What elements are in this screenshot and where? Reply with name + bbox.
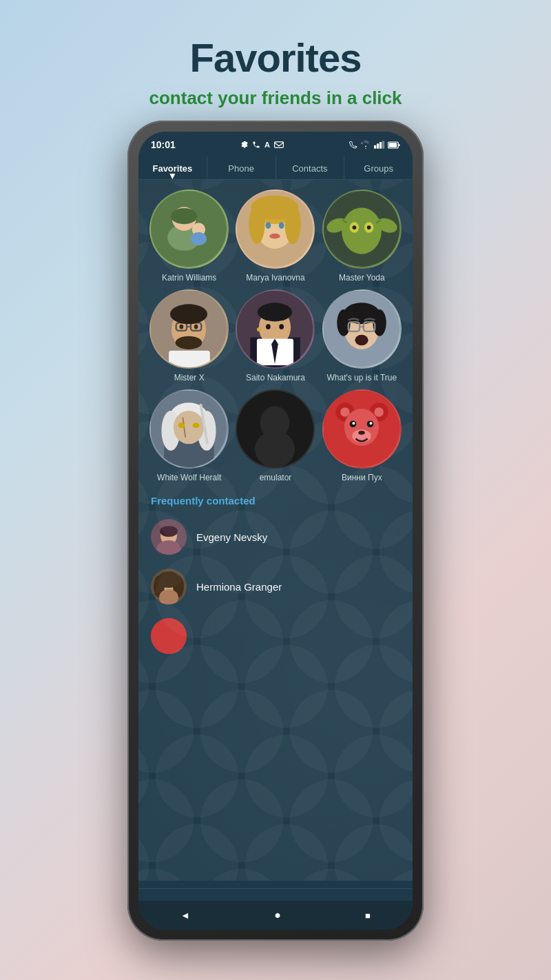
home-nav-button[interactable]: ● <box>274 909 281 921</box>
status-icons-right <box>348 141 400 149</box>
contact-item-evgeny[interactable]: Evgeny Nevsky <box>138 512 413 562</box>
phone-icon <box>252 141 260 149</box>
favorite-item-white-wolf[interactable]: White Wolf Heralt <box>149 389 229 482</box>
tab-contacts[interactable]: Contacts <box>276 156 345 179</box>
avatar-emulator <box>236 389 315 469</box>
svg-point-17 <box>279 222 284 229</box>
phone-device: 10:01 A Favorites <box>127 121 424 941</box>
favorite-name-winnie: Винни Пух <box>342 473 382 482</box>
svg-point-48 <box>280 324 284 329</box>
contact-name-hermiona: Hermiona Granger <box>196 581 282 593</box>
svg-point-10 <box>171 208 198 224</box>
svg-point-68 <box>193 422 200 428</box>
favorite-item-saito[interactable]: Saito Nakamura <box>236 289 315 382</box>
favorite-item-winnie[interactable]: Винни Пух <box>322 389 402 482</box>
svg-point-46 <box>257 327 261 331</box>
avatar-evgeny <box>151 519 187 555</box>
avatar-whatsup <box>322 289 402 369</box>
svg-point-23 <box>342 207 382 254</box>
svg-point-18 <box>270 234 280 239</box>
svg-point-85 <box>358 431 365 435</box>
favorite-name-yoda: Master Yoda <box>339 273 385 283</box>
avatar-katrin <box>149 190 229 269</box>
a-icon: A <box>264 141 270 149</box>
avatar-yoda <box>322 190 402 269</box>
svg-point-83 <box>352 422 355 425</box>
favorite-item-katrin[interactable]: Katrin Williams <box>149 190 229 283</box>
svg-rect-6 <box>389 143 397 147</box>
favorite-name-emulator: emulator <box>260 473 292 482</box>
tab-phone[interactable]: Phone <box>207 156 276 179</box>
favorite-name-mister-x: Mister X <box>174 373 205 382</box>
main-content: Katrin Williams <box>138 180 413 881</box>
avatar-hermiona <box>151 569 187 604</box>
avatar-partial <box>151 618 187 654</box>
avatar-white-wolf <box>149 389 229 469</box>
favorite-name-saito: Saito Nakamura <box>246 373 305 382</box>
page-title: Favorites <box>0 0 551 81</box>
call-icon <box>348 141 357 149</box>
status-time: 10:01 <box>151 139 176 150</box>
svg-point-20 <box>249 204 265 244</box>
svg-point-77 <box>374 407 384 417</box>
svg-rect-2 <box>377 143 379 148</box>
favorite-item-emulator[interactable]: emulator <box>236 389 315 482</box>
favorite-item-whatsup[interactable]: What's up is it True <box>322 289 402 382</box>
back-nav-button[interactable]: ◄ <box>180 910 190 921</box>
favorite-name-white-wolf: White Wolf Heralt <box>157 473 221 482</box>
contact-item-partial[interactable] <box>138 611 413 661</box>
svg-point-29 <box>367 225 371 229</box>
status-icons-left: A <box>240 141 284 149</box>
svg-rect-41 <box>169 351 210 367</box>
svg-point-45 <box>258 303 292 321</box>
section-frequently-contacted: Frequently contacted <box>138 489 413 512</box>
recents-nav-button[interactable]: ■ <box>365 910 371 921</box>
svg-point-12 <box>191 232 207 245</box>
gear-icon <box>240 141 248 149</box>
svg-rect-4 <box>382 141 384 148</box>
svg-point-67 <box>178 422 185 428</box>
svg-point-21 <box>285 204 301 244</box>
svg-point-96 <box>151 618 187 654</box>
svg-point-40 <box>176 336 202 349</box>
avatar-marya <box>236 190 315 269</box>
android-nav-bar: ◄ ● ■ <box>138 901 413 930</box>
svg-rect-0 <box>274 142 283 147</box>
avatar-mister-x <box>149 289 229 369</box>
avatar-saito <box>236 289 315 369</box>
svg-rect-3 <box>380 142 382 149</box>
svg-rect-1 <box>374 145 376 149</box>
svg-point-47 <box>266 324 271 329</box>
tab-favorites[interactable]: Favorites <box>138 156 207 179</box>
wifi-icon <box>360 141 371 149</box>
status-bar: 10:01 A <box>138 132 413 156</box>
svg-point-38 <box>194 325 198 329</box>
svg-point-72 <box>256 431 295 467</box>
svg-point-37 <box>180 325 184 329</box>
favorite-name-whatsup: What's up is it True <box>326 373 397 382</box>
contact-name-evgeny: Evgeny Nevsky <box>196 531 267 543</box>
favorite-name-marya: Marya Ivanovna <box>246 273 304 283</box>
tabs-bar: Favorites Phone Contacts Groups <box>138 156 413 180</box>
mail-icon <box>274 141 284 148</box>
svg-point-16 <box>266 222 271 229</box>
favorites-grid: Katrin Williams <box>138 180 413 489</box>
favorite-name-katrin: Katrin Williams <box>162 273 216 283</box>
signal-icon <box>374 141 385 149</box>
contact-item-hermiona[interactable]: Hermiona Granger <box>138 562 413 611</box>
favorite-item-marya[interactable]: Marya Ivanovna <box>236 190 315 283</box>
favorite-item-yoda[interactable]: Master Yoda <box>322 190 402 283</box>
avatar-winnie <box>322 389 402 469</box>
svg-point-39 <box>170 304 207 324</box>
page-subtitle: contact your friends in a click <box>0 88 551 109</box>
tab-groups[interactable]: Groups <box>344 156 413 179</box>
svg-point-59 <box>355 335 368 345</box>
favorite-item-mister-x[interactable]: Mister X <box>149 289 229 382</box>
battery-icon <box>388 141 400 149</box>
svg-point-84 <box>369 422 372 425</box>
svg-point-28 <box>352 225 356 229</box>
svg-point-65 <box>174 411 204 444</box>
svg-point-88 <box>160 526 178 537</box>
svg-point-76 <box>340 407 350 417</box>
